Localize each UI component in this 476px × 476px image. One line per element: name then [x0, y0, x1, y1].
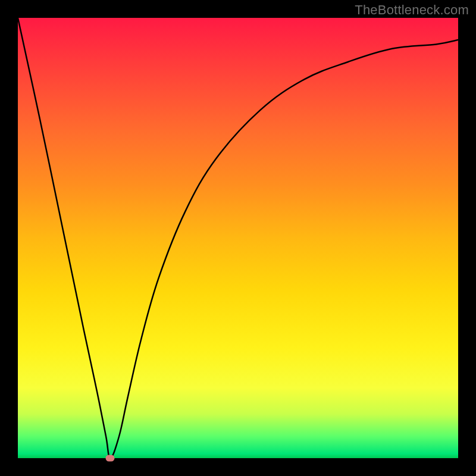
plot-area: [18, 18, 458, 458]
watermark-text: TheBottleneck.com: [355, 2, 469, 18]
optimum-marker: [106, 455, 115, 462]
chart-frame: TheBottleneck.com: [0, 0, 476, 476]
bottleneck-curve: [18, 18, 458, 458]
